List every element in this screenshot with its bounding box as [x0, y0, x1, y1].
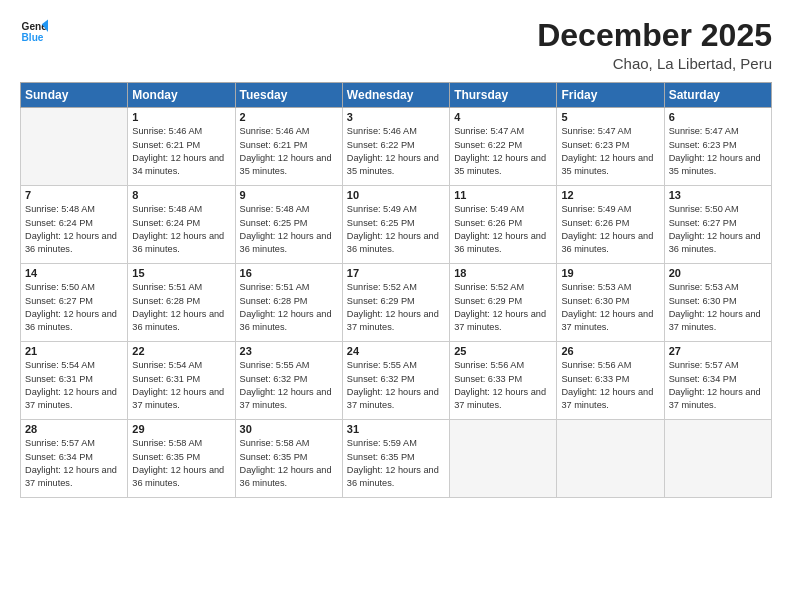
header-row-days: Sunday Monday Tuesday Wednesday Thursday… [21, 83, 772, 108]
calendar-cell: 28Sunrise: 5:57 AMSunset: 6:34 PMDayligh… [21, 420, 128, 498]
day-info: Sunrise: 5:50 AMSunset: 6:27 PMDaylight:… [669, 203, 767, 256]
day-number: 10 [347, 189, 445, 201]
day-number: 19 [561, 267, 659, 279]
calendar-cell: 17Sunrise: 5:52 AMSunset: 6:29 PMDayligh… [342, 264, 449, 342]
day-number: 30 [240, 423, 338, 435]
day-info: Sunrise: 5:48 AMSunset: 6:24 PMDaylight:… [132, 203, 230, 256]
month-title: December 2025 [537, 18, 772, 53]
day-number: 5 [561, 111, 659, 123]
day-number: 16 [240, 267, 338, 279]
calendar-cell: 18Sunrise: 5:52 AMSunset: 6:29 PMDayligh… [450, 264, 557, 342]
calendar-week-2: 7Sunrise: 5:48 AMSunset: 6:24 PMDaylight… [21, 186, 772, 264]
calendar-cell: 14Sunrise: 5:50 AMSunset: 6:27 PMDayligh… [21, 264, 128, 342]
col-thursday: Thursday [450, 83, 557, 108]
day-info: Sunrise: 5:47 AMSunset: 6:22 PMDaylight:… [454, 125, 552, 178]
calendar-cell: 31Sunrise: 5:59 AMSunset: 6:35 PMDayligh… [342, 420, 449, 498]
calendar-table: Sunday Monday Tuesday Wednesday Thursday… [20, 82, 772, 498]
calendar-cell: 27Sunrise: 5:57 AMSunset: 6:34 PMDayligh… [664, 342, 771, 420]
col-friday: Friday [557, 83, 664, 108]
day-info: Sunrise: 5:52 AMSunset: 6:29 PMDaylight:… [454, 281, 552, 334]
calendar-week-3: 14Sunrise: 5:50 AMSunset: 6:27 PMDayligh… [21, 264, 772, 342]
day-info: Sunrise: 5:51 AMSunset: 6:28 PMDaylight:… [132, 281, 230, 334]
calendar-cell [21, 108, 128, 186]
day-info: Sunrise: 5:46 AMSunset: 6:21 PMDaylight:… [240, 125, 338, 178]
calendar-cell: 20Sunrise: 5:53 AMSunset: 6:30 PMDayligh… [664, 264, 771, 342]
calendar-cell: 3Sunrise: 5:46 AMSunset: 6:22 PMDaylight… [342, 108, 449, 186]
day-info: Sunrise: 5:50 AMSunset: 6:27 PMDaylight:… [25, 281, 123, 334]
day-info: Sunrise: 5:49 AMSunset: 6:26 PMDaylight:… [561, 203, 659, 256]
day-number: 31 [347, 423, 445, 435]
day-info: Sunrise: 5:49 AMSunset: 6:25 PMDaylight:… [347, 203, 445, 256]
day-info: Sunrise: 5:54 AMSunset: 6:31 PMDaylight:… [25, 359, 123, 412]
calendar-page: General Blue General Blue December 2025 … [0, 0, 792, 612]
day-number: 3 [347, 111, 445, 123]
day-info: Sunrise: 5:49 AMSunset: 6:26 PMDaylight:… [454, 203, 552, 256]
day-number: 7 [25, 189, 123, 201]
calendar-cell: 6Sunrise: 5:47 AMSunset: 6:23 PMDaylight… [664, 108, 771, 186]
day-number: 6 [669, 111, 767, 123]
day-info: Sunrise: 5:48 AMSunset: 6:24 PMDaylight:… [25, 203, 123, 256]
day-info: Sunrise: 5:51 AMSunset: 6:28 PMDaylight:… [240, 281, 338, 334]
calendar-cell: 23Sunrise: 5:55 AMSunset: 6:32 PMDayligh… [235, 342, 342, 420]
header-row: General Blue General Blue December 2025 … [20, 18, 772, 72]
day-number: 14 [25, 267, 123, 279]
calendar-week-1: 1Sunrise: 5:46 AMSunset: 6:21 PMDaylight… [21, 108, 772, 186]
calendar-cell: 5Sunrise: 5:47 AMSunset: 6:23 PMDaylight… [557, 108, 664, 186]
calendar-cell: 8Sunrise: 5:48 AMSunset: 6:24 PMDaylight… [128, 186, 235, 264]
day-info: Sunrise: 5:57 AMSunset: 6:34 PMDaylight:… [669, 359, 767, 412]
day-info: Sunrise: 5:52 AMSunset: 6:29 PMDaylight:… [347, 281, 445, 334]
day-number: 11 [454, 189, 552, 201]
day-info: Sunrise: 5:53 AMSunset: 6:30 PMDaylight:… [669, 281, 767, 334]
calendar-cell: 21Sunrise: 5:54 AMSunset: 6:31 PMDayligh… [21, 342, 128, 420]
calendar-cell: 7Sunrise: 5:48 AMSunset: 6:24 PMDaylight… [21, 186, 128, 264]
day-number: 22 [132, 345, 230, 357]
day-info: Sunrise: 5:47 AMSunset: 6:23 PMDaylight:… [669, 125, 767, 178]
day-info: Sunrise: 5:57 AMSunset: 6:34 PMDaylight:… [25, 437, 123, 490]
calendar-cell: 2Sunrise: 5:46 AMSunset: 6:21 PMDaylight… [235, 108, 342, 186]
calendar-cell: 11Sunrise: 5:49 AMSunset: 6:26 PMDayligh… [450, 186, 557, 264]
day-number: 12 [561, 189, 659, 201]
calendar-cell: 26Sunrise: 5:56 AMSunset: 6:33 PMDayligh… [557, 342, 664, 420]
day-info: Sunrise: 5:58 AMSunset: 6:35 PMDaylight:… [132, 437, 230, 490]
col-wednesday: Wednesday [342, 83, 449, 108]
calendar-week-5: 28Sunrise: 5:57 AMSunset: 6:34 PMDayligh… [21, 420, 772, 498]
col-sunday: Sunday [21, 83, 128, 108]
day-number: 1 [132, 111, 230, 123]
day-number: 9 [240, 189, 338, 201]
day-number: 2 [240, 111, 338, 123]
svg-text:Blue: Blue [22, 32, 44, 43]
day-info: Sunrise: 5:58 AMSunset: 6:35 PMDaylight:… [240, 437, 338, 490]
day-number: 13 [669, 189, 767, 201]
calendar-cell: 19Sunrise: 5:53 AMSunset: 6:30 PMDayligh… [557, 264, 664, 342]
calendar-cell: 24Sunrise: 5:55 AMSunset: 6:32 PMDayligh… [342, 342, 449, 420]
calendar-cell [557, 420, 664, 498]
calendar-cell: 4Sunrise: 5:47 AMSunset: 6:22 PMDaylight… [450, 108, 557, 186]
calendar-cell: 22Sunrise: 5:54 AMSunset: 6:31 PMDayligh… [128, 342, 235, 420]
calendar-cell: 10Sunrise: 5:49 AMSunset: 6:25 PMDayligh… [342, 186, 449, 264]
calendar-cell: 15Sunrise: 5:51 AMSunset: 6:28 PMDayligh… [128, 264, 235, 342]
day-info: Sunrise: 5:56 AMSunset: 6:33 PMDaylight:… [454, 359, 552, 412]
day-number: 18 [454, 267, 552, 279]
day-info: Sunrise: 5:55 AMSunset: 6:32 PMDaylight:… [347, 359, 445, 412]
day-info: Sunrise: 5:56 AMSunset: 6:33 PMDaylight:… [561, 359, 659, 412]
col-saturday: Saturday [664, 83, 771, 108]
calendar-cell: 29Sunrise: 5:58 AMSunset: 6:35 PMDayligh… [128, 420, 235, 498]
day-number: 28 [25, 423, 123, 435]
day-number: 15 [132, 267, 230, 279]
calendar-cell: 25Sunrise: 5:56 AMSunset: 6:33 PMDayligh… [450, 342, 557, 420]
calendar-cell: 30Sunrise: 5:58 AMSunset: 6:35 PMDayligh… [235, 420, 342, 498]
day-info: Sunrise: 5:55 AMSunset: 6:32 PMDaylight:… [240, 359, 338, 412]
day-number: 23 [240, 345, 338, 357]
day-number: 17 [347, 267, 445, 279]
day-number: 26 [561, 345, 659, 357]
day-number: 27 [669, 345, 767, 357]
calendar-cell: 9Sunrise: 5:48 AMSunset: 6:25 PMDaylight… [235, 186, 342, 264]
col-monday: Monday [128, 83, 235, 108]
logo-icon: General Blue [20, 18, 48, 46]
calendar-cell: 1Sunrise: 5:46 AMSunset: 6:21 PMDaylight… [128, 108, 235, 186]
day-info: Sunrise: 5:53 AMSunset: 6:30 PMDaylight:… [561, 281, 659, 334]
day-info: Sunrise: 5:48 AMSunset: 6:25 PMDaylight:… [240, 203, 338, 256]
day-number: 4 [454, 111, 552, 123]
calendar-cell: 12Sunrise: 5:49 AMSunset: 6:26 PMDayligh… [557, 186, 664, 264]
calendar-week-4: 21Sunrise: 5:54 AMSunset: 6:31 PMDayligh… [21, 342, 772, 420]
